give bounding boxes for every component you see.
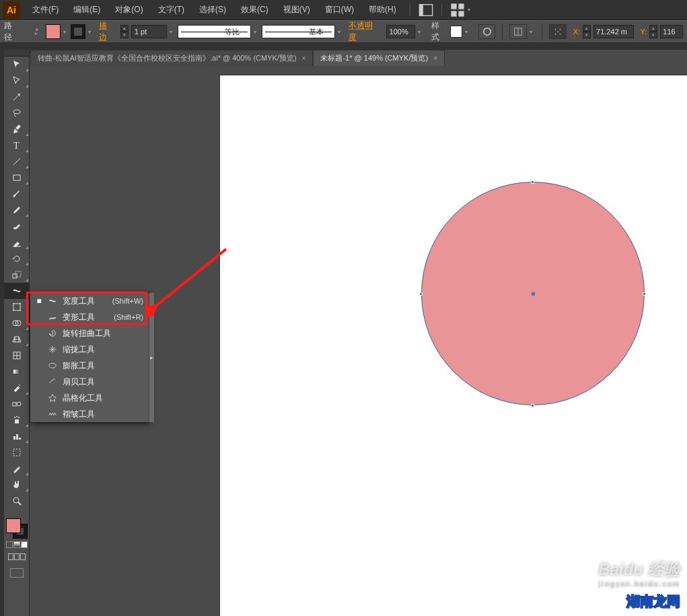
anchor-point[interactable] [531,404,534,407]
opacity-input[interactable]: 100% [386,25,416,38]
direct-selection-tool[interactable] [4,73,30,89]
rotate-tool[interactable] [4,250,30,267]
document-tab-2[interactable]: 未标题-1* @ 149% (CMYK/预览) × [313,50,445,66]
lasso-tool[interactable] [4,105,30,121]
flyout-item-bloat[interactable]: 膨胀工具 [30,357,149,374]
menu-effect[interactable]: 效果(C) [234,1,275,18]
flyout-label: 扇贝工具 [63,376,95,388]
slice-tool[interactable] [4,460,30,477]
flyout-item-scallop[interactable]: 扇贝工具 [30,374,149,390]
menu-type[interactable]: 文字(T) [151,1,191,18]
eyedropper-tool[interactable] [4,380,30,396]
fill-dropdown-icon[interactable]: ▾ [63,29,69,35]
rectangle-tool[interactable] [4,170,30,186]
fill-swatch-icon[interactable] [6,518,21,533]
y-spinner[interactable]: ▴▾ [649,25,657,38]
stroke-spinner[interactable]: ▴▾ [120,25,129,38]
shape-builder-tool[interactable] [4,315,30,331]
flyout-item-warp[interactable]: 变形工具 (Shift+R) [30,309,149,325]
panel-grip[interactable] [4,50,29,57]
svg-point-12 [560,34,561,35]
free-transform-tool[interactable] [4,299,30,315]
eraser-tool[interactable] [4,234,30,250]
svg-point-14 [19,94,20,95]
menu-help[interactable]: 帮助(H) [362,1,403,18]
y-input[interactable]: 116 [660,25,683,38]
tab-title: 未标题-1* @ 149% (CMYK/预览) [320,53,428,63]
scale-tool[interactable] [4,267,30,283]
flyout-tearoff-handle[interactable] [149,293,154,422]
layout-icon[interactable] [419,3,433,18]
pencil-tool[interactable] [4,202,30,218]
fill-swatch[interactable] [46,24,61,39]
dropdown-icon[interactable]: ▾ [468,7,473,13]
stroke-swatch[interactable] [71,24,85,39]
gradient-tool[interactable] [4,364,30,380]
draw-mode-row[interactable] [4,553,29,560]
blend-tool[interactable] [4,396,30,412]
dropdown-icon[interactable]: ▾ [338,29,343,35]
pen-tool[interactable] [4,121,30,137]
fill-stroke-control[interactable] [5,517,29,540]
color-mode-row[interactable]: ⁄ [4,541,29,548]
separator [542,24,542,40]
flyout-item-pucker[interactable]: 缩拢工具 [30,341,149,357]
artboard-tool[interactable] [4,444,30,460]
document-tab-1[interactable]: 转曲-松鼠AI智适应教育《全国合作校校区安全指南》.ai* @ 400% (CM… [30,50,313,66]
stroke-label[interactable]: 描边 [99,20,115,43]
flyout-item-crystallize[interactable]: 晶格化工具 [30,390,149,406]
align-icon[interactable] [509,24,527,39]
recolor-icon[interactable] [478,24,496,39]
symbol-sprayer-tool[interactable] [4,412,30,428]
brush-select[interactable]: 基本 [262,25,335,38]
stroke-dropdown-icon[interactable]: ▾ [88,29,94,35]
zoom-tool[interactable] [4,493,30,509]
anchor-point[interactable] [531,180,534,184]
center-point [532,292,535,296]
opacity-label[interactable]: 不透明度 [349,20,381,43]
selection-tool[interactable] [4,57,30,73]
nav-chevrons[interactable]: ◂▸ [35,28,38,36]
anchor-point[interactable] [419,292,423,296]
x-label: X: [573,28,580,36]
blob-brush-tool[interactable] [4,218,30,234]
magic-wand-tool[interactable] [4,89,30,105]
x-input[interactable]: 71.242 m [593,25,633,38]
dropdown-icon[interactable]: ▾ [418,29,423,35]
menu-file[interactable]: 文件(F) [26,1,65,18]
tools-panel: T ⁄ [4,50,30,616]
transform-icon[interactable] [549,24,567,39]
width-tool[interactable] [4,283,30,299]
screen-mode-button[interactable] [10,568,24,578]
close-icon[interactable]: × [433,55,437,62]
separator [441,4,442,16]
menu-object[interactable]: 对象(O) [108,1,149,18]
menu-window[interactable]: 窗口(W) [318,1,361,18]
dropdown-icon[interactable]: ▾ [465,29,470,35]
column-graph-tool[interactable] [4,428,30,444]
flyout-item-wrinkle[interactable]: 褶皱工具 [30,406,149,422]
perspective-grid-tool[interactable] [4,331,30,347]
dropdown-icon[interactable]: ▾ [170,29,175,35]
dropdown-icon[interactable]: ▾ [254,29,259,35]
menu-view[interactable]: 视图(V) [277,1,317,18]
anchor-point[interactable] [643,292,646,296]
hand-tool[interactable] [4,477,30,493]
paintbrush-tool[interactable] [4,186,30,202]
menu-select[interactable]: 选择(S) [192,1,233,18]
stroke-profile-select[interactable]: 等比 [178,25,251,38]
stroke-weight-input[interactable]: 1 pt [131,25,168,38]
crystallize-tool-icon [48,393,57,403]
dropdown-icon[interactable]: ▾ [530,29,535,35]
line-tool[interactable] [4,153,30,170]
type-tool[interactable]: T [4,137,30,153]
flyout-label: 膨胀工具 [63,360,95,372]
flyout-item-twirl[interactable]: 旋转扭曲工具 [30,325,149,341]
close-icon[interactable]: × [302,55,306,62]
arrange-icon[interactable] [450,3,465,18]
x-spinner[interactable]: ▴▾ [583,25,591,38]
menu-edit[interactable]: 编辑(E) [67,1,107,18]
mesh-tool[interactable] [4,347,30,364]
flyout-item-width[interactable]: ■ 宽度工具 (Shift+W) [30,293,149,309]
style-swatch[interactable] [450,26,462,38]
